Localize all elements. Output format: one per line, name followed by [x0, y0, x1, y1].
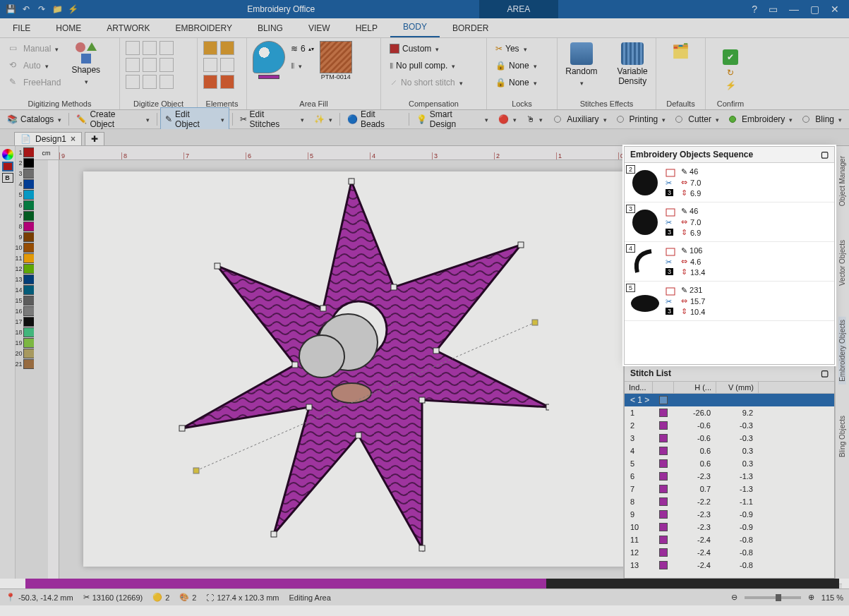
- pattern-swatch[interactable]: [320, 41, 352, 73]
- palette-swatch[interactable]: 21: [16, 359, 35, 369]
- tab-bling[interactable]: BLING: [245, 19, 296, 37]
- sequence-item[interactable]: 2✂3✎ 46⇔ 7.0⇕ 6.9: [625, 163, 834, 203]
- folder-icon[interactable]: 📁: [51, 3, 64, 16]
- lock-mid[interactable]: 🔒None: [493, 58, 551, 73]
- edit-object-button[interactable]: ✎Edit Object: [160, 107, 229, 131]
- maximize-icon[interactable]: ▢: [810, 4, 819, 15]
- stitch-row[interactable]: 8-2.2-1.1: [625, 495, 834, 508]
- palette-swatch[interactable]: 10: [16, 243, 35, 253]
- stitch-progress[interactable]: [25, 579, 839, 588]
- context-tab[interactable]: AREA: [479, 0, 559, 18]
- stitch-row[interactable]: 12-2.4-0.8: [625, 546, 834, 559]
- lock-end[interactable]: 🔒None: [493, 75, 551, 90]
- close-tab-icon[interactable]: ×: [71, 134, 76, 144]
- ruler-unit[interactable]: cm: [34, 146, 59, 160]
- bling-toggle[interactable]: Bling: [798, 113, 846, 126]
- printing-toggle[interactable]: Printing: [613, 113, 670, 126]
- tab-home[interactable]: HOME: [43, 19, 94, 37]
- stitch-row[interactable]: 1-26.09.2: [625, 406, 834, 419]
- comp-custom[interactable]: Custom: [387, 41, 481, 56]
- wand-icon[interactable]: ✨: [310, 113, 337, 126]
- stitch-row[interactable]: 10-2.3-0.9: [625, 521, 834, 533]
- palette-swatch[interactable]: 3: [16, 169, 35, 179]
- stitch-row[interactable]: 50.60.3: [625, 457, 834, 470]
- vtab-embroidery-objects[interactable]: Embroidery Objects: [838, 317, 846, 385]
- palette-swatch[interactable]: 11: [16, 253, 35, 263]
- stitch-row[interactable]: 40.60.3: [625, 445, 834, 457]
- tab-border[interactable]: BORDER: [440, 19, 501, 37]
- stitch-row[interactable]: 13-2.4-0.8: [625, 559, 834, 572]
- tab-embroidery[interactable]: EMBROIDERY: [162, 19, 244, 37]
- doc-tab[interactable]: 📄Design1×: [14, 132, 82, 145]
- lock-start[interactable]: ✂Yes: [493, 41, 551, 56]
- palette-swatch[interactable]: 6: [16, 200, 35, 210]
- spacing-input[interactable]: ⫴: [288, 58, 317, 73]
- design-artwork[interactable]: [154, 167, 549, 562]
- bold-icon[interactable]: B: [2, 173, 13, 183]
- palette-swatch[interactable]: 20: [16, 349, 35, 358]
- active-thread-swatch[interactable]: [2, 162, 13, 171]
- redo-icon[interactable]: ↷: [35, 3, 48, 16]
- bolt-icon[interactable]: ⚡: [66, 3, 79, 16]
- pointer-icon[interactable]: 🖱: [522, 113, 547, 126]
- palette-swatch[interactable]: 19: [16, 338, 35, 348]
- sequence-item[interactable]: 4✂3✎ 106⇔ 4.6⇕ 13.4: [625, 242, 834, 282]
- ribbon-toggle-icon[interactable]: ▭: [769, 4, 778, 15]
- stitch-row[interactable]: 70.7-1.3: [625, 483, 834, 495]
- catalogs-button[interactable]: 📚Catalogs: [3, 113, 66, 126]
- edit-stitches-button[interactable]: ✂Edit Stitches: [236, 108, 308, 131]
- palette-swatch[interactable]: 9: [16, 232, 35, 242]
- palette-swatch[interactable]: 16: [16, 306, 35, 316]
- palette-swatch[interactable]: 18: [16, 327, 35, 337]
- auxiliary-toggle[interactable]: Auxiliary: [550, 113, 610, 126]
- minimize-icon[interactable]: —: [789, 4, 799, 15]
- panel-maximize-icon[interactable]: ▢: [821, 150, 829, 159]
- smart-design-button[interactable]: 💡Smart Design: [412, 108, 493, 131]
- panel-maximize-icon[interactable]: ▢: [821, 368, 829, 378]
- vtab-object-manager[interactable]: Object Manager: [838, 153, 846, 209]
- confirm-button[interactable]: ✔: [723, 49, 738, 65]
- stitch-row[interactable]: 3-0.6-0.3: [625, 432, 834, 445]
- zoom-out-icon[interactable]: ⊖: [731, 593, 737, 602]
- palette-swatch[interactable]: 4: [16, 179, 35, 189]
- new-tab-button[interactable]: ✚: [85, 132, 104, 145]
- variable-density-button[interactable]: Variable Density: [613, 41, 652, 87]
- record-icon[interactable]: 🔴: [494, 113, 521, 126]
- stitch-row[interactable]: 6-2.3-1.3: [625, 470, 834, 483]
- palette-swatch[interactable]: 2: [16, 158, 35, 168]
- elements-grid[interactable]: [203, 41, 234, 89]
- palette-swatch[interactable]: 14: [16, 285, 35, 295]
- vtab-bling-objects[interactable]: Bling Objects: [838, 413, 846, 460]
- vtab-vector-objects[interactable]: Vector Objects: [838, 237, 846, 289]
- stitch-row[interactable]: 11-2.4-0.8: [625, 533, 834, 546]
- stitch-row-selected[interactable]: < 1 >: [625, 394, 834, 406]
- palette-swatch[interactable]: 12: [16, 264, 35, 274]
- color-wheel-icon[interactable]: [2, 149, 13, 160]
- random-button[interactable]: Random: [561, 41, 601, 89]
- stitch-row[interactable]: 9-2.3-0.9: [625, 508, 834, 521]
- tab-help[interactable]: HELP: [343, 19, 390, 37]
- palette-swatch[interactable]: 1: [16, 147, 35, 157]
- palette-swatch[interactable]: 5: [16, 190, 35, 200]
- stitch-list-header[interactable]: Ind... H (... V (mm): [625, 382, 834, 394]
- tab-artwork[interactable]: ARTWORK: [94, 19, 162, 37]
- palette-swatch[interactable]: 17: [16, 317, 35, 327]
- undo-icon[interactable]: ↶: [20, 3, 32, 16]
- bolt-icon[interactable]: ⚡: [725, 80, 736, 90]
- sequence-item[interactable]: 3✂3✎ 46⇔ 7.0⇕ 6.9: [625, 203, 834, 242]
- edit-beads-button[interactable]: 🔵Edit Beads: [343, 108, 406, 131]
- density-input[interactable]: ≋6▴▾: [288, 41, 317, 56]
- tab-body[interactable]: BODY: [390, 18, 440, 37]
- palette-swatch[interactable]: 15: [16, 296, 35, 306]
- palette-swatch[interactable]: 8: [16, 222, 35, 231]
- cutter-toggle[interactable]: Cutter: [671, 113, 723, 126]
- shapes-button[interactable]: Shapes: [67, 41, 104, 87]
- close-icon[interactable]: ✕: [831, 4, 839, 15]
- help-icon[interactable]: ?: [752, 4, 757, 15]
- save-icon[interactable]: 💾: [4, 3, 17, 16]
- zoom-in-icon[interactable]: ⊕: [808, 593, 814, 602]
- stitch-row[interactable]: 2-0.6-0.3: [625, 419, 834, 432]
- fill-preview[interactable]: [253, 41, 285, 73]
- palette-swatch[interactable]: 13: [16, 274, 35, 284]
- palette-swatch[interactable]: 7: [16, 211, 35, 221]
